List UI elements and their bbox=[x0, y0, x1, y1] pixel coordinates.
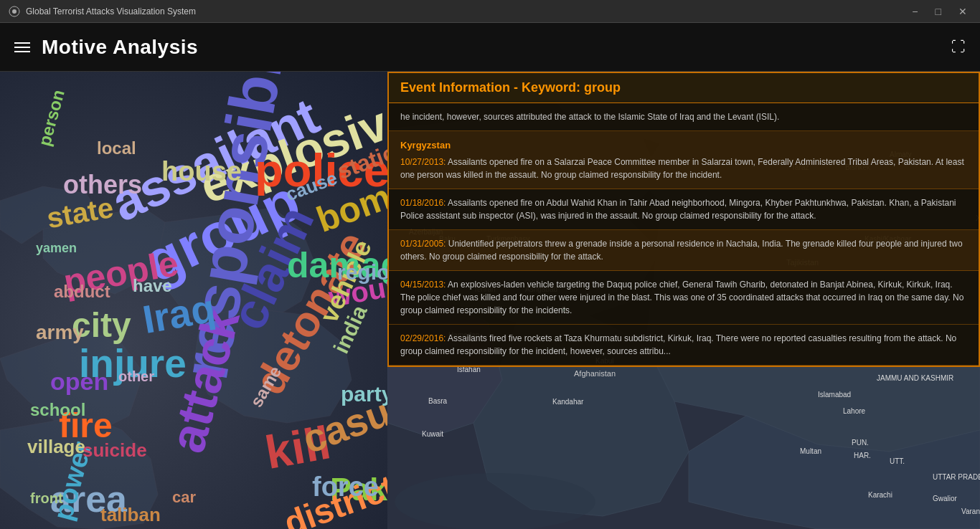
title-bar-controls: − □ ✕ bbox=[908, 4, 971, 19]
word-cloud-word[interactable]: suicide bbox=[83, 441, 147, 459]
title-bar-left: Global Terrorist Attacks Visualization S… bbox=[9, 6, 196, 17]
word-cloud-word[interactable]: person bbox=[36, 88, 67, 148]
event-item[interactable]: 01/31/2005: Unidentified perpetrators th… bbox=[389, 230, 979, 271]
event-item[interactable]: Kyrgyzstan10/27/2013: Assailants opened … bbox=[389, 131, 979, 189]
close-button[interactable]: ✕ bbox=[954, 4, 971, 19]
app-icon bbox=[9, 6, 20, 17]
event-text: he incident, however, sources attributed… bbox=[400, 112, 779, 122]
expand-icon[interactable]: ⛶ bbox=[951, 39, 966, 55]
event-date: 04/15/2013: bbox=[400, 280, 446, 290]
event-text: Assailants opened fire on a Salarzai Pea… bbox=[400, 157, 964, 180]
word-cloud-word[interactable]: school bbox=[30, 401, 85, 419]
right-panel: DalanzadgadTarazBishkekAlmatyÜrümqi/Wulu… bbox=[387, 72, 980, 529]
word-cloud-word[interactable]: force bbox=[312, 473, 379, 500]
menu-icon[interactable] bbox=[14, 42, 30, 52]
word-cloud-word[interactable]: front bbox=[30, 491, 63, 505]
event-date: 01/31/2005: bbox=[400, 239, 446, 249]
word-cloud-word[interactable]: village bbox=[27, 437, 85, 456]
word-cloud-word[interactable]: house bbox=[161, 158, 242, 185]
events-list: he incident, however, sources attributed… bbox=[389, 103, 979, 366]
maximize-button[interactable]: □ bbox=[931, 4, 946, 19]
word-cloud-word[interactable]: others bbox=[63, 172, 142, 198]
word-cloud-word[interactable]: local bbox=[97, 140, 136, 157]
word-cloud-word[interactable]: party bbox=[341, 383, 387, 405]
svg-point-1 bbox=[12, 9, 17, 14]
event-info-title: Event Information - Keyword: group bbox=[400, 80, 967, 95]
window-title: Global Terrorist Attacks Visualization S… bbox=[26, 6, 196, 16]
event-text: An explosives-laden vehicle targeting th… bbox=[400, 280, 963, 315]
event-text: Unidentified perpetrators threw a grenad… bbox=[400, 239, 963, 262]
title-bar: Global Terrorist Attacks Visualization S… bbox=[0, 0, 980, 23]
word-cloud-word[interactable]: yamen bbox=[36, 242, 77, 254]
event-text: Assailants opened fire on Abdul Wahid Kh… bbox=[400, 198, 956, 221]
page-title: Motive Analysis bbox=[42, 36, 198, 59]
event-info-panel[interactable]: Event Information - Keyword: group he in… bbox=[387, 72, 980, 367]
minimize-button[interactable]: − bbox=[908, 4, 922, 19]
svg-point-3 bbox=[395, 473, 595, 529]
word-cloud-word[interactable]: open bbox=[50, 369, 108, 394]
event-country: Kyrgyzstan bbox=[400, 138, 967, 153]
word-cloud-panel: assailantexplosivegroupresponsibilitycla… bbox=[0, 72, 387, 529]
event-text: Assailants fired five rockets at Taza Kh… bbox=[400, 333, 956, 356]
word-cloud-word[interactable]: taliban bbox=[100, 505, 161, 524]
event-item[interactable]: 01/18/2016: Assailants opened fire on Ab… bbox=[389, 189, 979, 230]
main-content: assailantexplosivegroupresponsibilitycla… bbox=[0, 72, 980, 529]
word-cloud-word[interactable]: abduct bbox=[54, 283, 110, 300]
event-date: 01/18/2016: bbox=[400, 198, 446, 208]
word-cloud-word[interactable]: have bbox=[133, 277, 172, 295]
header: Motive Analysis ⛶ bbox=[0, 23, 980, 72]
word-cloud-word[interactable]: army bbox=[36, 323, 84, 343]
word-cloud-word[interactable]: region bbox=[337, 262, 387, 283]
event-date: 10/27/2013: bbox=[400, 157, 446, 167]
event-item[interactable]: 02/29/2016: Assailants fired five rocket… bbox=[389, 325, 979, 366]
event-item[interactable]: 04/15/2013: An explosives-laden vehicle … bbox=[389, 271, 979, 325]
event-item[interactable]: he incident, however, sources attributed… bbox=[389, 103, 979, 131]
word-cloud: assailantexplosivegroupresponsibilitycla… bbox=[0, 72, 387, 529]
word-cloud-word[interactable]: other bbox=[118, 369, 154, 383]
word-cloud-word[interactable]: car bbox=[172, 490, 196, 505]
event-info-header: Event Information - Keyword: group bbox=[389, 73, 979, 103]
event-date: 02/29/2016: bbox=[400, 333, 446, 343]
